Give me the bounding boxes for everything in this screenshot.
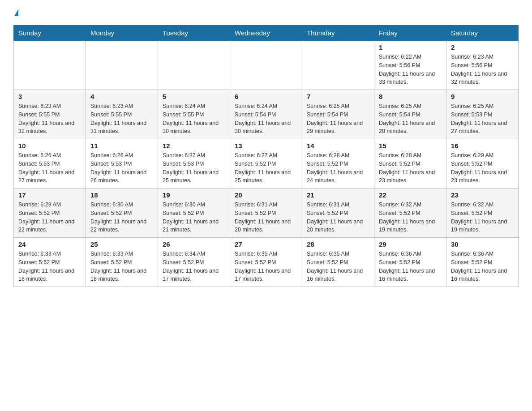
calendar-week-row: 10Sunrise: 6:26 AM Sunset: 5:53 PM Dayli…: [14, 139, 519, 188]
calendar-cell: [230, 41, 302, 90]
day-number: 24: [18, 240, 81, 248]
day-info: Sunrise: 6:30 AM Sunset: 5:52 PM Dayligh…: [163, 201, 225, 234]
calendar-cell: 21Sunrise: 6:31 AM Sunset: 5:52 PM Dayli…: [302, 188, 374, 238]
calendar-cell: 7Sunrise: 6:25 AM Sunset: 5:54 PM Daylig…: [302, 90, 374, 139]
calendar-cell: [158, 41, 230, 90]
day-number: 6: [235, 93, 297, 100]
day-info: Sunrise: 6:26 AM Sunset: 5:53 PM Dayligh…: [90, 151, 153, 185]
calendar-cell: 29Sunrise: 6:36 AM Sunset: 5:52 PM Dayli…: [374, 238, 446, 287]
calendar-cell: [14, 41, 86, 90]
calendar-cell: 19Sunrise: 6:30 AM Sunset: 5:52 PM Dayli…: [158, 188, 230, 238]
day-number: 29: [379, 240, 442, 248]
logo-triangle-icon: [14, 9, 18, 16]
day-info: Sunrise: 6:36 AM Sunset: 5:52 PM Dayligh…: [379, 250, 442, 283]
calendar-cell: 22Sunrise: 6:32 AM Sunset: 5:52 PM Dayli…: [374, 188, 446, 238]
day-number: 15: [379, 142, 442, 150]
day-number: 1: [379, 43, 442, 51]
calendar-header-wednesday: Wednesday: [230, 26, 302, 41]
calendar-cell: 25Sunrise: 6:33 AM Sunset: 5:52 PM Dayli…: [86, 238, 158, 287]
calendar-week-row: 24Sunrise: 6:33 AM Sunset: 5:52 PM Dayli…: [14, 238, 519, 287]
calendar-cell: 26Sunrise: 6:34 AM Sunset: 5:52 PM Dayli…: [158, 238, 230, 287]
day-info: Sunrise: 6:25 AM Sunset: 5:53 PM Dayligh…: [451, 102, 514, 136]
calendar-cell: 8Sunrise: 6:25 AM Sunset: 5:54 PM Daylig…: [374, 90, 446, 139]
day-info: Sunrise: 6:35 AM Sunset: 5:52 PM Dayligh…: [235, 250, 297, 283]
day-info: Sunrise: 6:36 AM Sunset: 5:52 PM Dayligh…: [451, 250, 514, 283]
calendar-cell: 28Sunrise: 6:35 AM Sunset: 5:52 PM Dayli…: [302, 238, 374, 287]
calendar-cell: 5Sunrise: 6:24 AM Sunset: 5:55 PM Daylig…: [158, 90, 230, 139]
day-info: Sunrise: 6:32 AM Sunset: 5:52 PM Dayligh…: [379, 201, 442, 234]
day-info: Sunrise: 6:24 AM Sunset: 5:55 PM Dayligh…: [163, 102, 225, 136]
calendar-cell: 24Sunrise: 6:33 AM Sunset: 5:52 PM Dayli…: [14, 238, 86, 287]
day-info: Sunrise: 6:33 AM Sunset: 5:52 PM Dayligh…: [18, 250, 81, 283]
day-number: 26: [163, 240, 225, 248]
day-number: 5: [163, 93, 225, 100]
calendar-cell: 9Sunrise: 6:25 AM Sunset: 5:53 PM Daylig…: [446, 90, 519, 139]
day-number: 3: [18, 93, 81, 100]
day-number: 20: [235, 191, 297, 199]
calendar-cell: 30Sunrise: 6:36 AM Sunset: 5:52 PM Dayli…: [446, 238, 519, 287]
day-info: Sunrise: 6:31 AM Sunset: 5:52 PM Dayligh…: [235, 201, 297, 234]
calendar-cell: 12Sunrise: 6:27 AM Sunset: 5:53 PM Dayli…: [158, 139, 230, 188]
calendar-cell: 15Sunrise: 6:28 AM Sunset: 5:52 PM Dayli…: [374, 139, 446, 188]
day-info: Sunrise: 6:23 AM Sunset: 5:55 PM Dayligh…: [90, 102, 153, 136]
day-number: 10: [18, 142, 81, 150]
day-info: Sunrise: 6:34 AM Sunset: 5:52 PM Dayligh…: [163, 250, 225, 283]
day-info: Sunrise: 6:23 AM Sunset: 5:55 PM Dayligh…: [18, 102, 81, 136]
day-info: Sunrise: 6:22 AM Sunset: 5:56 PM Dayligh…: [379, 53, 442, 86]
calendar-week-row: 17Sunrise: 6:29 AM Sunset: 5:52 PM Dayli…: [14, 188, 519, 238]
day-number: 11: [90, 142, 153, 150]
day-info: Sunrise: 6:32 AM Sunset: 5:52 PM Dayligh…: [451, 201, 514, 234]
day-number: 4: [90, 93, 153, 100]
calendar-header-sunday: Sunday: [14, 26, 86, 41]
day-info: Sunrise: 6:35 AM Sunset: 5:52 PM Dayligh…: [307, 250, 369, 283]
day-info: Sunrise: 6:27 AM Sunset: 5:52 PM Dayligh…: [235, 151, 297, 185]
day-info: Sunrise: 6:24 AM Sunset: 5:54 PM Dayligh…: [235, 102, 297, 136]
day-number: 25: [90, 240, 153, 248]
day-info: Sunrise: 6:29 AM Sunset: 5:52 PM Dayligh…: [451, 151, 514, 185]
calendar-cell: 27Sunrise: 6:35 AM Sunset: 5:52 PM Dayli…: [230, 238, 302, 287]
calendar-cell: 18Sunrise: 6:30 AM Sunset: 5:52 PM Dayli…: [86, 188, 158, 238]
day-info: Sunrise: 6:31 AM Sunset: 5:52 PM Dayligh…: [307, 201, 369, 234]
day-info: Sunrise: 6:26 AM Sunset: 5:53 PM Dayligh…: [18, 151, 81, 185]
day-number: 23: [451, 191, 514, 199]
day-number: 9: [451, 93, 514, 100]
calendar-cell: 14Sunrise: 6:28 AM Sunset: 5:52 PM Dayli…: [302, 139, 374, 188]
calendar-table: SundayMondayTuesdayWednesdayThursdayFrid…: [13, 25, 519, 287]
calendar-cell: 6Sunrise: 6:24 AM Sunset: 5:54 PM Daylig…: [230, 90, 302, 139]
day-number: 13: [235, 142, 297, 150]
day-number: 27: [235, 240, 297, 248]
page-header: [13, 9, 519, 16]
calendar-cell: 1Sunrise: 6:22 AM Sunset: 5:56 PM Daylig…: [374, 41, 446, 90]
day-number: 22: [379, 191, 442, 199]
calendar-header-thursday: Thursday: [302, 26, 374, 41]
calendar-cell: 23Sunrise: 6:32 AM Sunset: 5:52 PM Dayli…: [446, 188, 519, 238]
day-number: 14: [307, 142, 369, 150]
calendar-week-row: 3Sunrise: 6:23 AM Sunset: 5:55 PM Daylig…: [14, 90, 519, 139]
day-number: 30: [451, 240, 514, 248]
day-number: 21: [307, 191, 369, 199]
calendar-week-row: 1Sunrise: 6:22 AM Sunset: 5:56 PM Daylig…: [14, 41, 519, 90]
calendar-cell: [302, 41, 374, 90]
day-info: Sunrise: 6:33 AM Sunset: 5:52 PM Dayligh…: [90, 250, 153, 283]
day-info: Sunrise: 6:25 AM Sunset: 5:54 PM Dayligh…: [379, 102, 442, 136]
day-info: Sunrise: 6:23 AM Sunset: 5:56 PM Dayligh…: [451, 53, 514, 86]
calendar-header-tuesday: Tuesday: [158, 26, 230, 41]
day-info: Sunrise: 6:30 AM Sunset: 5:52 PM Dayligh…: [90, 201, 153, 234]
day-number: 16: [451, 142, 514, 150]
day-number: 17: [18, 191, 81, 199]
day-info: Sunrise: 6:25 AM Sunset: 5:54 PM Dayligh…: [307, 102, 369, 136]
day-info: Sunrise: 6:28 AM Sunset: 5:52 PM Dayligh…: [379, 151, 442, 185]
day-number: 18: [90, 191, 153, 199]
calendar-header-row: SundayMondayTuesdayWednesdayThursdayFrid…: [14, 26, 519, 41]
calendar-header-saturday: Saturday: [446, 26, 519, 41]
day-info: Sunrise: 6:29 AM Sunset: 5:52 PM Dayligh…: [18, 201, 81, 234]
calendar-cell: 3Sunrise: 6:23 AM Sunset: 5:55 PM Daylig…: [14, 90, 86, 139]
calendar-cell: 4Sunrise: 6:23 AM Sunset: 5:55 PM Daylig…: [86, 90, 158, 139]
calendar-cell: 2Sunrise: 6:23 AM Sunset: 5:56 PM Daylig…: [446, 41, 519, 90]
day-number: 2: [451, 43, 514, 51]
calendar-cell: 13Sunrise: 6:27 AM Sunset: 5:52 PM Dayli…: [230, 139, 302, 188]
calendar-cell: 16Sunrise: 6:29 AM Sunset: 5:52 PM Dayli…: [446, 139, 519, 188]
day-info: Sunrise: 6:27 AM Sunset: 5:53 PM Dayligh…: [163, 151, 225, 185]
calendar-cell: [86, 41, 158, 90]
day-number: 28: [307, 240, 369, 248]
